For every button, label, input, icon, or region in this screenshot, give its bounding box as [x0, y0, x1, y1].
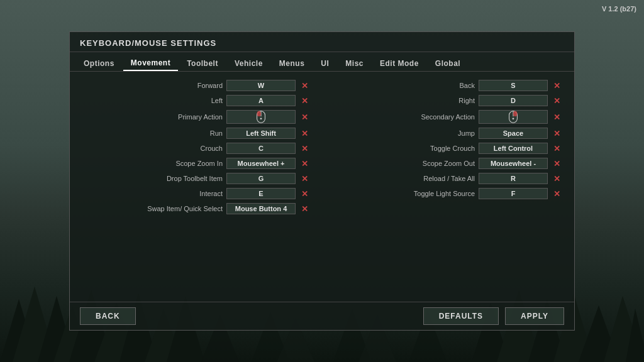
back-button[interactable]: BACK [80, 307, 136, 325]
modal-title: KEYBOARD/MOUSE SETTINGS [70, 32, 574, 52]
binding-back-clear[interactable]: ✕ [552, 81, 562, 90]
binding-swap-item-label: Swap Item/ Quick Select [82, 205, 223, 212]
binding-right-label: Right [335, 97, 475, 104]
binding-toggle-light-source-label: Toggle Light Source [335, 190, 475, 197]
footer-spacer [142, 307, 417, 325]
binding-jump-clear[interactable]: ✕ [552, 129, 562, 138]
binding-reload-take-all-key[interactable]: R [479, 173, 548, 184]
tab-menus[interactable]: Menus [272, 56, 313, 71]
binding-toggle-crouch: Toggle Crouch Left Control ✕ [335, 141, 562, 156]
tabs-container: Options Movement Toolbelt Vehicle Menus … [70, 52, 574, 72]
binding-swap-item-key[interactable]: Mouse Button 4 [226, 203, 296, 214]
binding-swap-item: Swap Item/ Quick Select Mouse Button 4 ✕ [82, 201, 309, 216]
svg-point-25 [260, 118, 262, 119]
binding-left-clear[interactable]: ✕ [299, 96, 309, 106]
binding-run-clear[interactable]: ✕ [299, 129, 309, 138]
settings-modal: KEYBOARD/MOUSE SETTINGS Options Movement… [69, 31, 575, 331]
binding-toggle-light-source-key[interactable]: F [479, 188, 548, 199]
binding-toggle-crouch-clear[interactable]: ✕ [552, 144, 562, 153]
binding-forward-clear[interactable]: ✕ [299, 81, 309, 90]
bindings-content: Forward W ✕ Left A ✕ Primary Action [70, 72, 574, 302]
binding-right-key[interactable]: D [479, 95, 548, 106]
binding-secondary-action-label: Secondary Action [335, 113, 475, 121]
mouse-right-icon [508, 111, 518, 123]
binding-left: Left A ✕ [82, 93, 309, 108]
binding-swap-item-clear[interactable]: ✕ [299, 204, 309, 214]
tab-edit-mode[interactable]: Edit Mode [372, 56, 426, 71]
binding-scope-zoom-out-key[interactable]: Mousewheel - [479, 158, 548, 169]
svg-rect-28 [513, 111, 517, 117]
binding-right-clear[interactable]: ✕ [552, 96, 562, 106]
binding-toggle-crouch-label: Toggle Crouch [335, 145, 475, 152]
defaults-button[interactable]: DEFAULTS [423, 307, 499, 325]
binding-scope-zoom-in-label: Scope Zoom In [82, 160, 223, 167]
apply-button[interactable]: APPLY [505, 307, 564, 325]
binding-run-key[interactable]: Left Shift [226, 128, 296, 139]
binding-back-label: Back [335, 82, 475, 89]
binding-crouch-key[interactable]: C [226, 143, 296, 154]
bindings-left-col: Forward W ✕ Left A ✕ Primary Action [82, 78, 309, 216]
binding-empty [335, 201, 562, 205]
binding-reload-take-all-label: Reload / Take All [335, 175, 475, 182]
tab-movement[interactable]: Movement [123, 56, 178, 71]
binding-forward-label: Forward [82, 82, 223, 89]
svg-rect-24 [257, 111, 261, 117]
binding-scope-zoom-in-key[interactable]: Mousewheel + [226, 158, 296, 169]
footer: BACK DEFAULTS APPLY [70, 302, 574, 330]
tab-global[interactable]: Global [428, 56, 468, 71]
binding-scope-zoom-out-clear[interactable]: ✕ [552, 159, 562, 168]
binding-interact: Interact E ✕ [82, 186, 309, 201]
binding-left-key[interactable]: A [226, 95, 296, 106]
binding-run: Run Left Shift ✕ [82, 126, 309, 141]
binding-primary-action: Primary Action ✕ [82, 108, 309, 126]
tab-misc[interactable]: Misc [338, 56, 371, 71]
binding-interact-clear[interactable]: ✕ [299, 189, 309, 199]
bindings-right-col: Back S ✕ Right D ✕ Secondary Action [335, 78, 562, 216]
bindings-grid: Forward W ✕ Left A ✕ Primary Action [82, 78, 562, 216]
tab-toolbelt[interactable]: Toolbelt [179, 56, 226, 71]
binding-run-label: Run [82, 129, 223, 137]
binding-scope-zoom-in-clear[interactable]: ✕ [299, 159, 309, 168]
tab-vehicle[interactable]: Vehicle [227, 56, 270, 71]
binding-jump-label: Jump [335, 129, 475, 137]
binding-toggle-light-source-clear[interactable]: ✕ [552, 189, 562, 199]
binding-forward: Forward W ✕ [82, 78, 309, 93]
binding-left-label: Left [82, 97, 223, 104]
binding-reload-take-all: Reload / Take All R ✕ [335, 171, 562, 186]
tab-options[interactable]: Options [76, 56, 122, 71]
binding-crouch-clear[interactable]: ✕ [299, 144, 309, 153]
binding-jump-key[interactable]: Space [479, 128, 548, 139]
binding-toggle-light-source: Toggle Light Source F ✕ [335, 186, 562, 201]
binding-drop-toolbelt: Drop Toolbelt Item G ✕ [82, 171, 309, 186]
binding-interact-key[interactable]: E [226, 188, 296, 199]
binding-scope-zoom-out: Scope Zoom Out Mousewheel - ✕ [335, 156, 562, 171]
binding-drop-toolbelt-label: Drop Toolbelt Item [82, 175, 223, 182]
binding-back: Back S ✕ [335, 78, 562, 93]
binding-primary-action-label: Primary Action [82, 113, 223, 121]
binding-scope-zoom-in: Scope Zoom In Mousewheel + ✕ [82, 156, 309, 171]
tab-ui[interactable]: UI [313, 56, 336, 71]
binding-jump: Jump Space ✕ [335, 126, 562, 141]
binding-toggle-crouch-key[interactable]: Left Control [479, 143, 548, 154]
binding-forward-key[interactable]: W [226, 80, 296, 91]
binding-scope-zoom-out-label: Scope Zoom Out [335, 160, 475, 167]
binding-secondary-action: Secondary Action ✕ [335, 108, 562, 126]
binding-reload-take-all-clear[interactable]: ✕ [552, 174, 562, 184]
binding-secondary-action-clear[interactable]: ✕ [552, 112, 562, 122]
binding-crouch-label: Crouch [82, 145, 223, 152]
version-label: V 1.2 (b27) [602, 5, 636, 13]
mouse-left-icon [256, 111, 266, 123]
binding-drop-toolbelt-key[interactable]: G [226, 173, 296, 184]
binding-back-key[interactable]: S [479, 80, 548, 91]
binding-crouch: Crouch C ✕ [82, 141, 309, 156]
svg-point-29 [513, 118, 514, 119]
binding-primary-action-key[interactable] [226, 110, 296, 124]
binding-right: Right D ✕ [335, 93, 562, 108]
binding-secondary-action-key[interactable] [479, 110, 548, 124]
binding-interact-label: Interact [82, 190, 223, 197]
binding-primary-action-clear[interactable]: ✕ [299, 112, 309, 122]
binding-drop-toolbelt-clear[interactable]: ✕ [299, 174, 309, 184]
